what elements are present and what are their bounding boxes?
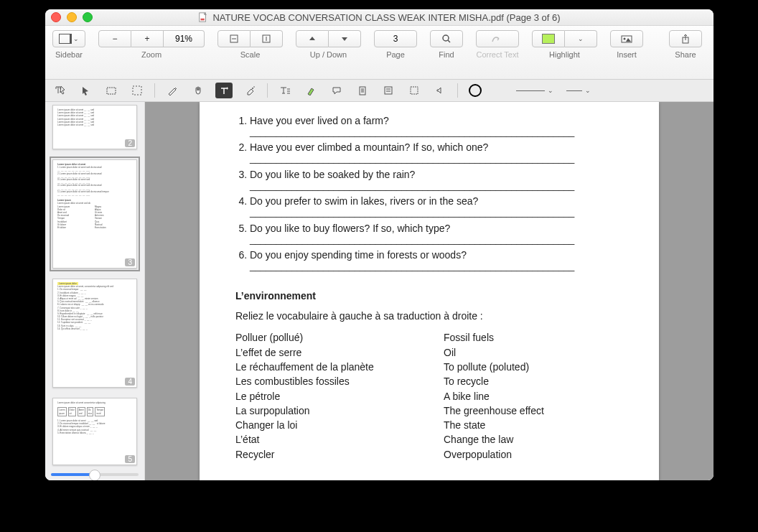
marker-icon[interactable] — [302, 83, 319, 98]
pdf-doc-icon — [198, 12, 208, 22]
highlight-button[interactable] — [532, 30, 565, 47]
thumb-page-number: 4 — [125, 378, 135, 386]
window-title: NATURE VOCAB CONVERSATION CLASS WEAK INT… — [45, 12, 713, 23]
instruction-text: Reliez le vocabulaire à gauche à sa trad… — [235, 310, 630, 322]
vocab-columns: Polluer (pollué)L’effet de serreLe récha… — [235, 330, 630, 462]
correct-text-button — [476, 30, 519, 47]
find-button[interactable] — [430, 30, 463, 47]
zoom-input[interactable] — [168, 33, 200, 45]
annotation-toolbar: ⌄ ⌄ — [45, 80, 713, 102]
titlebar: NATURE VOCAB CONVERSATION CLASS WEAK INT… — [45, 9, 713, 26]
vocab-right-item: Overpopulation — [444, 447, 544, 462]
thumb-page-number: 3 — [125, 258, 135, 266]
pencil-icon[interactable] — [164, 83, 181, 98]
vocab-right-item: To recycle — [444, 374, 544, 388]
svg-rect-1 — [201, 19, 205, 21]
svg-rect-15 — [385, 87, 392, 94]
vocab-left-item: Le pétrole — [235, 389, 444, 403]
vocab-right-item: Oil — [444, 345, 544, 360]
vocab-right-item: The greenhouse effect — [444, 403, 544, 418]
comment-icon[interactable] — [328, 83, 345, 98]
sidebar-label: Sidebar — [55, 50, 83, 59]
svg-rect-10 — [107, 88, 116, 94]
page-viewport[interactable]: Have you ever lived on a farm?__________… — [145, 102, 713, 480]
sound-icon[interactable] — [431, 83, 449, 98]
svg-point-6 — [624, 38, 626, 40]
scale-label: Scale — [240, 50, 261, 59]
pointer-tool-icon[interactable] — [77, 83, 94, 98]
share-button[interactable] — [669, 30, 702, 47]
vocab-right-item: To pollute (poluted) — [444, 360, 544, 374]
hand-tool-icon[interactable] — [190, 83, 207, 98]
page-down-button[interactable] — [329, 30, 361, 47]
vocab-left-item: Les combustibles fossiles — [235, 374, 444, 388]
thumb-page-5[interactable]: Lorem ipsum dolor sit amet consectetur a… — [52, 398, 137, 465]
svg-point-13 — [253, 86, 255, 88]
vocab-right-item: The state — [444, 418, 544, 432]
thumb-page-3[interactable]: Lorem ipsum dolor sit amet 1. Lorem ipsu… — [52, 159, 137, 269]
app-window: NATURE VOCAB CONVERSATION CLASS WEAK INT… — [45, 9, 713, 480]
svg-point-4 — [443, 35, 449, 41]
insert-button[interactable] — [610, 30, 643, 47]
thumb-page-2[interactable]: Lorem ipsum dolor sit amet _____ sed Lor… — [52, 105, 137, 149]
vocab-left-item: Polluer (pollué) — [235, 330, 444, 345]
vocab-left-item: Changer la loi — [235, 418, 444, 432]
question-list: Have you ever lived on a farm?__________… — [235, 115, 630, 271]
marquee-icon[interactable] — [128, 83, 146, 98]
question-item: Do you prefer to swim in lakes, rivers o… — [250, 195, 630, 218]
zoom-out-button[interactable]: − — [98, 30, 131, 47]
vocab-right-item: Fossil fuels — [444, 330, 544, 345]
share-label: Share — [675, 50, 696, 59]
zoom-value[interactable] — [164, 30, 205, 47]
updown-label: Up / Down — [310, 50, 347, 59]
vocab-left-column: Polluer (pollué)L’effet de serreLe récha… — [235, 330, 444, 462]
question-item: Do you like to buy flowers? If so, which… — [250, 223, 630, 245]
form-icon[interactable] — [380, 83, 397, 98]
window-title-text: NATURE VOCAB CONVERSATION CLASS WEAK INT… — [212, 12, 560, 23]
question-item: Have you ever lived on a farm?__________… — [250, 115, 630, 137]
text-annotation-icon[interactable] — [215, 83, 233, 98]
vocab-left-item: L’effet de serre — [235, 345, 444, 360]
line-end-picker[interactable]: ⌄ — [563, 83, 594, 98]
question-item: Do you like to be soaked by the rain?___… — [250, 169, 630, 191]
vocab-left-item: L’état — [235, 432, 444, 447]
page-icon[interactable] — [354, 83, 371, 98]
page-up-button[interactable] — [296, 30, 329, 47]
thumb-page-number: 5 — [125, 455, 135, 463]
question-item: Do you enjoy spending time in forests or… — [250, 249, 630, 271]
vocab-right-item: Change the law — [444, 432, 544, 447]
vocab-right-item: A bike line — [444, 389, 544, 403]
area-select-icon[interactable] — [103, 83, 120, 98]
insert-label: Insert — [617, 50, 637, 59]
pdf-page: Have you ever lived on a farm?__________… — [200, 102, 659, 480]
text-select-tool-icon[interactable] — [51, 83, 68, 98]
question-item: Have you ever climbed a mountain? If so,… — [250, 141, 630, 164]
highlight-menu[interactable]: ⌄ — [565, 30, 597, 47]
thumbnail-size-slider[interactable] — [51, 473, 139, 476]
svg-rect-11 — [133, 86, 141, 95]
scale-fit-page[interactable] — [251, 30, 283, 47]
svg-rect-16 — [411, 87, 418, 94]
sidebar-toggle[interactable]: ⌄ — [52, 30, 85, 47]
scale-fit-width[interactable] — [217, 30, 251, 47]
thumb-page-number: 2 — [125, 139, 135, 147]
zoom-in-button[interactable]: + — [131, 30, 164, 47]
page-number[interactable] — [374, 30, 417, 47]
eraser-icon[interactable] — [241, 83, 258, 98]
highlight-label: Highlight — [549, 50, 580, 59]
svg-point-12 — [252, 88, 253, 89]
zoom-label: Zoom — [141, 50, 162, 59]
link-icon[interactable] — [406, 83, 423, 98]
thumbnail-sidebar: Lorem ipsum dolor sit amet _____ sed Lor… — [45, 102, 145, 480]
shape-circle-icon[interactable] — [467, 83, 484, 98]
vocab-left-item: Le réchauffement de la planète — [235, 360, 444, 374]
line-style-picker[interactable]: ⌄ — [515, 83, 554, 98]
page-label: Page — [386, 50, 405, 59]
text-style-icon[interactable] — [276, 83, 294, 98]
correct-text-label: Correct Text — [476, 50, 518, 59]
main-toolbar: ⌄ Sidebar − + Zoom Scale Up / Down — [45, 26, 713, 80]
vocab-left-item: Recycler — [235, 447, 444, 462]
page-number-input[interactable] — [380, 33, 411, 45]
vocab-left-item: La surpopulation — [235, 403, 444, 418]
thumb-page-4[interactable]: Lorem ipsum dolor Lorem ipsum dolor sit … — [52, 279, 137, 388]
